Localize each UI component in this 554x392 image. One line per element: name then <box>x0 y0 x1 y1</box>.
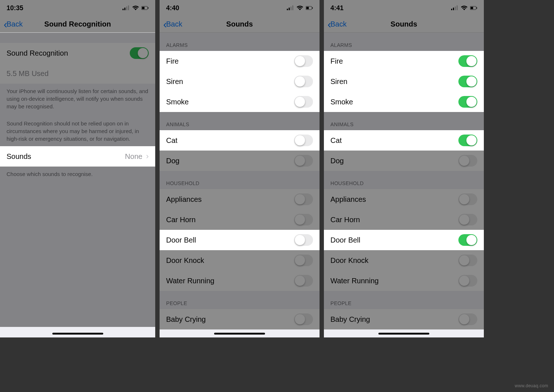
row-label: Cat <box>166 136 177 145</box>
door-bell-toggle[interactable] <box>458 234 477 246</box>
svg-rect-19 <box>471 7 473 9</box>
row-label: Dog <box>330 157 344 165</box>
row-siren[interactable]: Siren <box>160 71 320 92</box>
row-fire[interactable]: Fire <box>160 51 320 71</box>
status-icons <box>287 5 313 11</box>
cat-toggle[interactable] <box>458 135 477 146</box>
svg-rect-4 <box>141 6 148 9</box>
door-knock-toggle[interactable] <box>458 255 477 266</box>
back-label: Back <box>7 20 23 28</box>
row-car-horn[interactable]: Car Horn <box>324 209 484 230</box>
svg-rect-9 <box>290 7 292 10</box>
nav-bar: ‹ Back Sounds <box>324 16 484 33</box>
row-door-bell[interactable]: Door Bell <box>324 230 484 250</box>
baby-crying-toggle[interactable] <box>458 313 477 325</box>
page-title: Sound Recognition <box>44 20 111 28</box>
row-dog[interactable]: Dog <box>160 151 320 171</box>
row-baby-crying[interactable]: Baby Crying <box>160 309 320 329</box>
row-label: Siren <box>166 77 183 86</box>
signal-icon <box>123 5 130 11</box>
appliances-toggle[interactable] <box>458 193 477 205</box>
baby-crying-toggle[interactable] <box>294 313 313 325</box>
sound-recognition-toggle[interactable] <box>130 47 149 59</box>
car-horn-toggle[interactable] <box>294 214 313 225</box>
siren-toggle[interactable] <box>294 76 313 87</box>
home-indicator[interactable] <box>52 333 103 335</box>
back-label: Back <box>330 20 346 28</box>
content: ALARMSFireSirenSmokeANIMALSCatDogHOUSEHO… <box>160 33 320 337</box>
row-water-running[interactable]: Water Running <box>160 271 320 291</box>
section-header-people: PEOPLE <box>160 291 320 309</box>
car-horn-toggle[interactable] <box>458 214 477 225</box>
chevron-left-icon: ‹ <box>4 19 7 30</box>
row-fire[interactable]: Fire <box>324 51 484 71</box>
appliances-toggle[interactable] <box>294 193 313 205</box>
row-appliances[interactable]: Appliances <box>324 189 484 209</box>
sounds-row[interactable]: Sounds None › <box>0 146 155 167</box>
home-indicator[interactable] <box>378 333 429 335</box>
water-running-toggle[interactable] <box>294 275 313 287</box>
status-nav-block: 4:40 ‹ Back Sounds <box>160 0 320 33</box>
row-label: Fire <box>330 57 343 65</box>
back-button[interactable]: ‹ Back <box>4 19 23 30</box>
home-indicator[interactable] <box>214 333 265 335</box>
row-label: Car Horn <box>330 216 360 224</box>
row-appliances[interactable]: Appliances <box>160 189 320 209</box>
page-title: Sounds <box>390 20 417 28</box>
dog-toggle[interactable] <box>458 155 477 167</box>
section-header-label: HOUSEHOLD <box>160 171 320 189</box>
row-door-knock[interactable]: Door Knock <box>160 250 320 271</box>
back-label: Back <box>166 20 182 28</box>
svg-rect-3 <box>128 5 129 10</box>
row-label: Door Knock <box>330 256 369 265</box>
row-car-horn[interactable]: Car Horn <box>160 209 320 230</box>
desc2: Sound Recognition should not be relied u… <box>0 114 155 146</box>
spacer <box>0 33 155 43</box>
section-header-label: ALARMS <box>324 33 484 51</box>
section-header-alarms: ALARMS <box>324 33 484 51</box>
back-button[interactable]: ‹ Back <box>328 19 346 30</box>
main-toggle-row[interactable]: Sound Recognition <box>0 43 155 63</box>
fire-toggle[interactable] <box>294 55 313 67</box>
svg-rect-16 <box>455 7 456 10</box>
row-label: Water Running <box>166 277 214 285</box>
door-bell-toggle[interactable] <box>294 234 313 246</box>
back-button[interactable]: ‹ Back <box>163 19 182 30</box>
content: Sound Recognition 5.5 MB Used Your iPhon… <box>0 33 155 337</box>
row-label: Baby Crying <box>330 315 370 324</box>
fire-toggle[interactable] <box>458 55 477 67</box>
svg-rect-14 <box>451 9 452 10</box>
row-smoke[interactable]: Smoke <box>160 92 320 112</box>
row-dog[interactable]: Dog <box>324 151 484 171</box>
siren-toggle[interactable] <box>458 76 477 87</box>
row-label: Door Bell <box>330 236 360 244</box>
row-door-bell[interactable]: Door Bell <box>160 230 320 250</box>
row-label: Baby Crying <box>166 315 206 324</box>
row-water-running[interactable]: Water Running <box>324 271 484 291</box>
row-cat[interactable]: Cat <box>160 130 320 151</box>
row-smoke[interactable]: Smoke <box>324 92 484 112</box>
row-door-knock[interactable]: Door Knock <box>324 250 484 271</box>
storage-row: 5.5 MB Used <box>0 63 155 84</box>
row-label: Cat <box>330 136 342 145</box>
row-cat[interactable]: Cat <box>324 130 484 151</box>
water-running-toggle[interactable] <box>458 275 477 287</box>
battery-icon <box>141 5 149 11</box>
row-baby-crying[interactable]: Baby Crying <box>324 309 484 329</box>
row-label: Smoke <box>330 98 353 106</box>
svg-rect-6 <box>148 7 149 9</box>
section-header-household: HOUSEHOLD <box>160 171 320 189</box>
status-bar: 4:40 <box>160 0 320 16</box>
smoke-toggle[interactable] <box>294 96 313 108</box>
desc1: Your iPhone will continuously listen for… <box>0 84 155 114</box>
svg-rect-13 <box>312 7 313 9</box>
smoke-toggle[interactable] <box>458 96 477 108</box>
door-knock-toggle[interactable] <box>294 255 313 266</box>
dog-toggle[interactable] <box>294 155 313 167</box>
row-siren[interactable]: Siren <box>324 71 484 92</box>
row-label: Siren <box>330 77 348 86</box>
status-time: 4:41 <box>330 4 344 12</box>
cat-toggle[interactable] <box>294 135 313 146</box>
choose-footer: Choose which sounds to recognise. <box>0 167 155 181</box>
row-label: Dog <box>166 157 180 165</box>
